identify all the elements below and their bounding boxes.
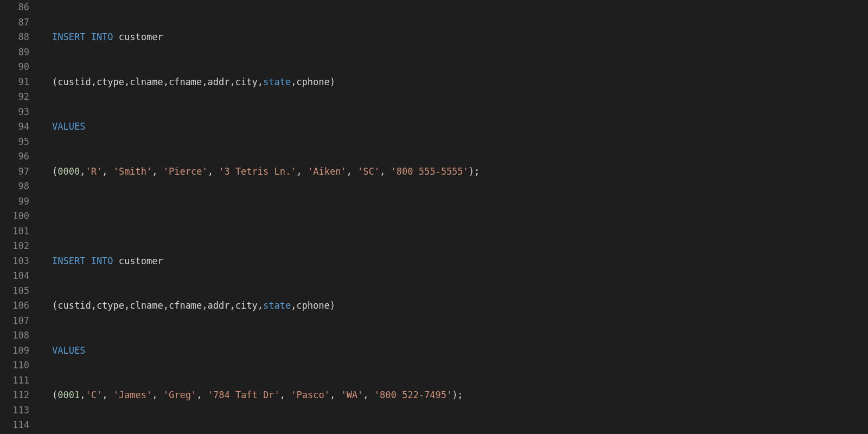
line-number: 96 xyxy=(0,149,29,164)
token-punc: ( xyxy=(52,166,58,177)
token-ident: customer xyxy=(113,31,163,42)
token-ident: customer xyxy=(113,256,163,266)
line-number: 87 xyxy=(0,15,29,30)
token-str: 'WA' xyxy=(341,390,363,400)
token-punc: , xyxy=(152,166,163,177)
line-number: 93 xyxy=(0,105,29,120)
token-str: '784 Taft Dr' xyxy=(208,390,280,400)
code-line[interactable]: INSERT INTO customer xyxy=(52,30,868,45)
line-number: 100 xyxy=(0,209,29,224)
token-str: '3 Tetris Ln.' xyxy=(219,166,296,177)
token-num: 0001 xyxy=(58,390,80,400)
token-kw: VALUES xyxy=(52,121,85,132)
line-number: 109 xyxy=(0,343,29,359)
token-punc: , xyxy=(296,166,307,177)
token-str: 'Smith' xyxy=(113,166,152,177)
code-line[interactable]: (0001,'C', 'James', 'Greg', '784 Taft Dr… xyxy=(52,388,868,403)
token-punc: , xyxy=(347,166,358,177)
token-str: '800 555-5555' xyxy=(391,166,469,177)
line-number-gutter: 86 87 88 89 90 91 92 93 94 95 96 97 98 9… xyxy=(0,0,39,434)
token-punc: (custid,ctype,clname,cfname,addr,city, xyxy=(52,300,263,311)
token-punc: , xyxy=(196,390,207,400)
token-punc: , xyxy=(380,166,391,177)
line-number: 92 xyxy=(0,90,29,105)
line-number: 89 xyxy=(0,45,29,60)
line-number: 114 xyxy=(0,418,29,433)
code-area[interactable]: INSERT INTO customer (custid,ctype,clnam… xyxy=(39,0,868,434)
code-line[interactable]: VALUES xyxy=(52,343,868,359)
line-number: 104 xyxy=(0,269,29,284)
line-number: 91 xyxy=(0,75,29,90)
code-line[interactable]: INSERT INTO customer xyxy=(52,254,868,269)
token-punc: ,cphone) xyxy=(291,300,335,311)
line-number: 106 xyxy=(0,298,29,314)
token-str: 'R' xyxy=(85,166,102,177)
line-number: 113 xyxy=(0,403,29,418)
line-number: 101 xyxy=(0,224,29,239)
token-punc: , xyxy=(363,390,374,400)
line-number: 103 xyxy=(0,254,29,269)
token-punc: ,cphone) xyxy=(291,76,335,87)
token-punc: , xyxy=(80,166,85,177)
code-editor[interactable]: 86 87 88 89 90 91 92 93 94 95 96 97 98 9… xyxy=(0,0,868,434)
token-kw: state xyxy=(263,300,291,311)
token-kw: INSERT INTO xyxy=(52,256,113,266)
token-punc: ( xyxy=(52,390,58,400)
code-line[interactable]: (0000,'R', 'Smith', 'Pierce', '3 Tetris … xyxy=(52,164,868,180)
line-number: 88 xyxy=(0,30,29,45)
token-str: 'C' xyxy=(85,390,102,400)
token-punc: (custid,ctype,clname,cfname,addr,city, xyxy=(52,76,263,87)
code-line[interactable]: (custid,ctype,clname,cfname,addr,city,st… xyxy=(52,75,868,90)
token-str: 'SC' xyxy=(358,166,380,177)
token-punc: , xyxy=(80,390,85,400)
token-str: 'James' xyxy=(113,390,152,400)
line-number: 95 xyxy=(0,135,29,150)
code-line[interactable]: (custid,ctype,clname,cfname,addr,city,st… xyxy=(52,298,868,314)
line-number: 97 xyxy=(0,164,29,180)
token-str: 'Aiken' xyxy=(308,166,347,177)
line-number: 107 xyxy=(0,314,29,329)
line-number: 98 xyxy=(0,179,29,194)
line-number: 102 xyxy=(0,239,29,254)
token-str: 'Greg' xyxy=(163,390,196,400)
token-str: '800 522-7495' xyxy=(374,390,452,400)
line-number: 111 xyxy=(0,373,29,388)
token-num: 0000 xyxy=(58,166,80,177)
token-punc: , xyxy=(330,390,341,400)
line-number: 94 xyxy=(0,119,29,135)
token-punc: , xyxy=(102,390,113,400)
code-line[interactable] xyxy=(52,209,868,224)
token-punc: , xyxy=(152,390,163,400)
line-number: 90 xyxy=(0,60,29,75)
token-punc: , xyxy=(280,390,291,400)
token-punc: ); xyxy=(452,390,463,400)
line-number: 112 xyxy=(0,388,29,403)
code-line[interactable]: VALUES xyxy=(52,119,868,135)
line-number: 86 xyxy=(0,0,29,15)
token-kw: state xyxy=(263,76,291,87)
line-number: 105 xyxy=(0,284,29,299)
token-punc: , xyxy=(102,166,113,177)
line-number: 108 xyxy=(0,328,29,343)
token-kw: VALUES xyxy=(52,345,85,356)
line-number: 110 xyxy=(0,358,29,373)
line-number: 99 xyxy=(0,194,29,209)
token-punc: , xyxy=(208,166,219,177)
token-kw: INSERT INTO xyxy=(52,31,113,42)
token-punc: ); xyxy=(469,166,480,177)
token-str: 'Pierce' xyxy=(163,166,208,177)
token-str: 'Pasco' xyxy=(291,390,330,400)
